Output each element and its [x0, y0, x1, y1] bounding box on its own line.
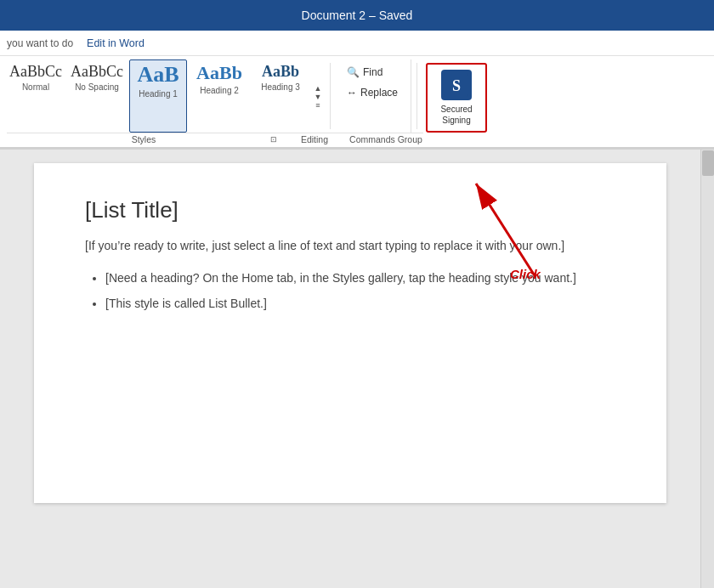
list-item[interactable]: [This style is called List Bullet.] [105, 294, 615, 313]
title-separator: – [366, 8, 379, 22]
document-page: [List Title] [If you’re ready to write, … [34, 163, 666, 503]
styles-group-label-container: Styles ⊡ [7, 133, 280, 147]
style-heading2-preview: AaBb [196, 64, 242, 82]
editing-group-label-container: Editing [280, 133, 348, 147]
document-title: Document 2 [302, 8, 366, 22]
document-intro-text[interactable]: [If you’re ready to write, just select a… [85, 237, 615, 255]
list-item[interactable]: [Need a heading? On the Home tab, in the… [105, 269, 615, 287]
replace-icon: ↔ [347, 87, 357, 99]
save-status: Saved [379, 8, 413, 22]
scrollbar-thumb[interactable] [702, 150, 714, 176]
style-normal-preview: AaBbCc [9, 64, 62, 79]
ribbon-labels: Styles ⊡ Editing Commands Group [0, 133, 714, 149]
secured-signing-label: SecuredSigning [440, 104, 472, 126]
document-bullet-list: [Need a heading? On the Home tab, in the… [85, 269, 615, 314]
title-bar: Document 2 – Saved [0, 0, 714, 31]
style-heading1-button[interactable]: AaB Heading 1 [129, 59, 187, 133]
secured-signing-group: S SecuredSigning [422, 59, 494, 133]
chevron-down-icon: ▼ [313, 93, 323, 99]
scrollbar[interactable] [700, 150, 714, 588]
search-hint-text: you want to do [7, 37, 73, 49]
document-page-area[interactable]: [List Title] [If you’re ready to write, … [0, 150, 700, 588]
secured-signing-button[interactable]: S SecuredSigning [426, 63, 487, 133]
style-heading2-button[interactable]: AaBb Heading 2 [190, 59, 248, 133]
edit-in-word-button[interactable]: Edit in Word [83, 36, 148, 51]
style-heading1-label: Heading 1 [139, 89, 178, 99]
ribbon: AaBbCc Normal AaBbCc No Spacing AaB Head… [0, 56, 714, 133]
document-area: [List Title] [If you’re ready to write, … [0, 150, 714, 588]
commands-group-label: Commands Group [349, 134, 422, 144]
replace-button[interactable]: ↔ Replace [341, 83, 404, 102]
document-title-text[interactable]: [List Title] [85, 197, 615, 223]
more-styles-icon: ≡ [313, 101, 323, 108]
style-heading1-preview: AaB [137, 64, 178, 86]
replace-label: Replace [360, 87, 398, 99]
styles-group-label: Styles [132, 134, 156, 144]
style-heading3-button[interactable]: AaBb Heading 3 [252, 59, 309, 133]
find-label: Find [363, 66, 382, 78]
styles-expander[interactable]: ▲ ▼ ≡ [313, 59, 323, 133]
style-no-spacing-preview: AaBbCc [71, 64, 123, 79]
style-heading2-label: Heading 2 [200, 86, 239, 96]
chevron-up-icon: ▲ [313, 84, 323, 91]
svg-text:S: S [452, 77, 461, 94]
ribbon-separator-1 [330, 63, 331, 129]
style-normal-button[interactable]: AaBbCc Normal [7, 59, 65, 133]
style-normal-label: Normal [22, 82, 49, 93]
secured-signing-icon: S [441, 70, 472, 100]
styles-expander-icon[interactable]: ⊡ [270, 135, 277, 144]
find-button[interactable]: 🔍 Find [341, 63, 404, 82]
style-no-spacing-label: No Spacing [75, 82, 119, 93]
toolbar-top-row: you want to do Edit in Word [0, 31, 714, 56]
style-heading3-label: Heading 3 [261, 82, 300, 93]
editing-group-label: Editing [301, 134, 328, 144]
search-icon: 🔍 [347, 66, 360, 78]
style-heading3-preview: AaBb [262, 64, 299, 79]
style-no-spacing-button[interactable]: AaBbCc No Spacing [68, 59, 126, 133]
commands-group-label-container: Commands Group [348, 133, 423, 147]
editing-group: 🔍 Find ↔ Replace [337, 59, 411, 133]
editing-buttons: 🔍 Find ↔ Replace [341, 63, 404, 133]
toolbar-container: you want to do Edit in Word AaBbCc Norma… [0, 31, 714, 150]
ribbon-separator-2 [416, 63, 417, 129]
